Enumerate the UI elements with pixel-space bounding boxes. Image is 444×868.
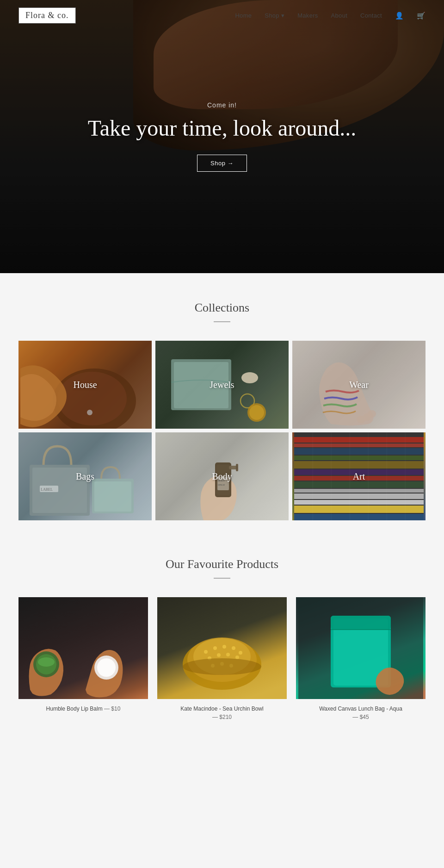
- collections-title: Collections: [18, 301, 426, 315]
- collection-house[interactable]: House: [18, 341, 152, 429]
- collection-wear-label: Wear: [292, 341, 426, 429]
- svg-point-56: [232, 646, 235, 650]
- products-title: Our Favourite Products: [18, 557, 426, 571]
- svg-point-57: [239, 651, 242, 655]
- product-bowl-image: [157, 597, 287, 699]
- hero-cta-button[interactable]: Shop →: [197, 155, 247, 172]
- svg-point-65: [183, 658, 261, 675]
- product-bag-image: [296, 597, 426, 699]
- products-section: Our Favourite Products: [0, 539, 444, 749]
- svg-point-60: [226, 653, 230, 656]
- svg-point-53: [204, 650, 208, 654]
- product-bag-price: $45: [360, 714, 369, 720]
- svg-point-47: [38, 657, 55, 667]
- collection-art[interactable]: Art: [292, 432, 426, 520]
- product-lip-balm-image: [18, 597, 148, 699]
- collection-body-label: Body: [155, 432, 289, 520]
- chevron-down-icon: ▾: [281, 12, 284, 19]
- collection-art-label: Art: [292, 432, 426, 520]
- svg-rect-69: [331, 616, 391, 630]
- cart-icon[interactable]: 🛒: [417, 12, 426, 20]
- svg-point-61: [235, 656, 239, 659]
- hero-section: Come in! Take your time, look around... …: [0, 0, 444, 273]
- collections-grid: House Jewels: [18, 341, 426, 520]
- product-sea-urchin-bowl[interactable]: Kate Macindoe - Sea Urchin Bowl — $210: [157, 597, 287, 721]
- svg-point-59: [217, 653, 221, 657]
- hero-subtitle: Come in!: [88, 101, 357, 109]
- site-logo[interactable]: Flora & co.: [18, 7, 76, 24]
- product-lunch-bag[interactable]: Waxed Canvas Lunch Bag - Aqua — $45: [296, 597, 426, 721]
- hero-title: Take your time, look around...: [88, 115, 357, 141]
- user-icon[interactable]: 👤: [395, 12, 404, 20]
- nav-home[interactable]: Home: [235, 12, 252, 19]
- product-lip-balm[interactable]: Humble Body Lip Balm — $10: [18, 597, 148, 721]
- product-lip-balm-bg: [18, 597, 148, 699]
- navigation: Flora & co. Home Shop ▾ Makers About Con…: [0, 0, 444, 31]
- collection-bags-label: Bags: [18, 432, 152, 520]
- collections-section: Collections House: [0, 273, 444, 539]
- collection-body[interactable]: BODY SPRAY Body: [155, 432, 289, 520]
- hero-content: Come in! Take your time, look around... …: [88, 101, 357, 172]
- nav-makers[interactable]: Makers: [297, 12, 318, 19]
- svg-point-49: [97, 658, 116, 677]
- collection-bags[interactable]: LABEL Bags: [18, 432, 152, 520]
- products-grid: Humble Body Lip Balm — $10: [18, 597, 426, 721]
- collection-wear[interactable]: Wear: [292, 341, 426, 429]
- products-divider: [214, 578, 230, 579]
- product-bowl-price: $210: [219, 714, 232, 720]
- collection-house-label: House: [18, 341, 152, 429]
- product-lip-balm-price: $10: [111, 706, 120, 712]
- nav-about[interactable]: About: [331, 12, 347, 19]
- collection-jewels[interactable]: Jewels: [155, 341, 289, 429]
- product-bag-name: Waxed Canvas Lunch Bag - Aqua — $45: [296, 705, 426, 721]
- nav-contact[interactable]: Contact: [360, 12, 382, 19]
- product-lip-balm-name: Humble Body Lip Balm — $10: [18, 705, 148, 713]
- product-bag-bg: [296, 597, 426, 699]
- svg-point-54: [213, 646, 217, 650]
- product-bowl-name: Kate Macindoe - Sea Urchin Bowl — $210: [157, 705, 287, 721]
- collection-jewels-label: Jewels: [155, 341, 289, 429]
- nav-shop[interactable]: Shop ▾: [265, 12, 284, 19]
- product-bowl-bg: [157, 597, 287, 699]
- collections-divider: [214, 321, 230, 322]
- svg-point-55: [222, 645, 226, 649]
- nav-links: Home Shop ▾ Makers About Contact 👤 🛒: [235, 12, 426, 20]
